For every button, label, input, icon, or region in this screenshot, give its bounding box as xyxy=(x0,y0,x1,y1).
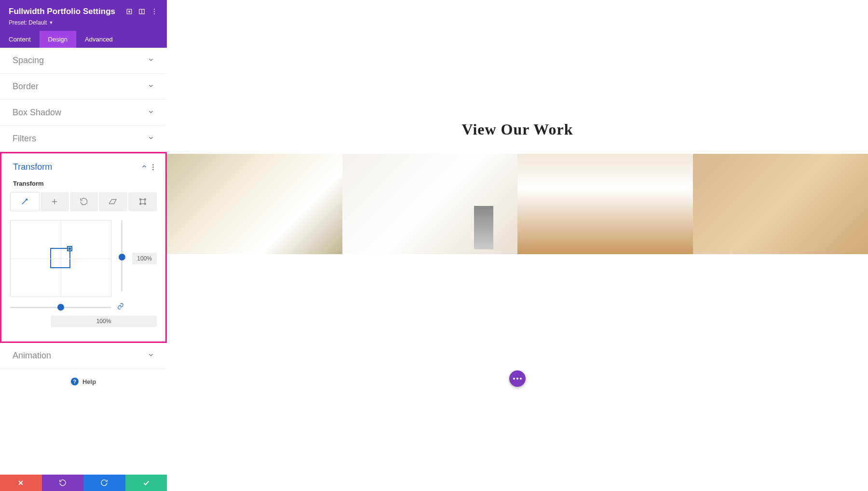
transform-handle[interactable] xyxy=(50,248,70,268)
tab-content[interactable]: Content xyxy=(0,31,40,48)
skew-tool[interactable] xyxy=(99,192,127,211)
chevron-down-icon xyxy=(148,352,154,360)
svg-point-4 xyxy=(154,9,155,10)
section-spacing[interactable]: Spacing xyxy=(0,48,167,74)
slider-thumb[interactable] xyxy=(119,254,125,260)
sections-list: Spacing Border Box Shadow Filters Transf… xyxy=(0,48,167,475)
link-axes-icon[interactable] xyxy=(116,303,125,312)
portfolio-item[interactable] xyxy=(167,154,342,254)
transform-title[interactable]: Transform xyxy=(13,162,52,172)
svg-line-7 xyxy=(22,199,27,205)
sidebar-header: Fullwidth Portfolio Settings Preset: Def… xyxy=(0,0,167,31)
preset-label: Preset: Default xyxy=(9,19,47,26)
caret-down-icon: ▼ xyxy=(49,20,53,25)
horizontal-scale-slider[interactable] xyxy=(10,307,111,308)
portfolio-heading: View Our Work xyxy=(167,121,868,138)
more-icon[interactable] xyxy=(150,8,158,15)
section-box-shadow[interactable]: Box Shadow xyxy=(0,100,167,126)
svg-point-5 xyxy=(154,11,155,12)
chevron-up-icon[interactable] xyxy=(141,163,148,172)
chevron-down-icon xyxy=(148,56,154,65)
section-transform: Transform Transform xyxy=(0,152,167,343)
help-icon: ? xyxy=(71,378,79,385)
cancel-button[interactable] xyxy=(0,475,42,491)
transform-tool-tabs xyxy=(10,192,157,211)
chevron-down-icon xyxy=(148,109,154,117)
portfolio-item[interactable] xyxy=(517,154,693,254)
section-more-icon[interactable] xyxy=(152,164,154,170)
settings-sidebar: Fullwidth Portfolio Settings Preset: Def… xyxy=(0,0,167,491)
transform-sublabel: Transform xyxy=(13,180,157,187)
portfolio-item[interactable] xyxy=(342,154,518,254)
help-link[interactable]: ? Help xyxy=(0,369,167,394)
tab-advanced[interactable]: Advanced xyxy=(76,31,122,48)
translate-tool[interactable] xyxy=(41,192,69,211)
chevron-down-icon xyxy=(148,82,154,91)
resize-handle-icon[interactable] xyxy=(67,246,72,251)
rotate-tool[interactable] xyxy=(70,192,98,211)
portfolio-row xyxy=(167,154,868,254)
footer-actions xyxy=(0,475,167,491)
tab-bar: Content Design Advanced xyxy=(0,31,167,48)
section-filters[interactable]: Filters xyxy=(0,126,167,152)
slider-thumb[interactable] xyxy=(57,304,64,311)
section-animation[interactable]: Animation xyxy=(0,343,167,369)
undo-button[interactable] xyxy=(42,475,84,491)
section-border[interactable]: Border xyxy=(0,74,167,100)
redo-button[interactable] xyxy=(83,475,125,491)
svg-point-1 xyxy=(129,11,130,13)
tab-design[interactable]: Design xyxy=(40,31,76,48)
vertical-scale-value[interactable]: 100% xyxy=(132,253,157,264)
preview-canvas: View Our Work xyxy=(167,0,868,491)
responsive-icon[interactable] xyxy=(125,8,133,15)
horizontal-scale-value[interactable]: 100% xyxy=(51,315,157,327)
save-button[interactable] xyxy=(125,475,167,491)
svg-point-6 xyxy=(154,14,155,14)
vertical-scale-slider[interactable] xyxy=(121,220,122,291)
chevron-down-icon xyxy=(148,135,154,143)
scale-tool[interactable] xyxy=(10,192,40,211)
panel-title: Fullwidth Portfolio Settings xyxy=(9,7,121,16)
more-icon xyxy=(513,378,522,380)
columns-icon[interactable] xyxy=(138,8,146,15)
transform-grid[interactable] xyxy=(10,220,111,297)
preset-selector[interactable]: Preset: Default ▼ xyxy=(9,19,158,26)
floating-action-button[interactable] xyxy=(509,370,526,387)
origin-tool[interactable] xyxy=(128,192,157,211)
portfolio-item[interactable] xyxy=(693,154,868,254)
